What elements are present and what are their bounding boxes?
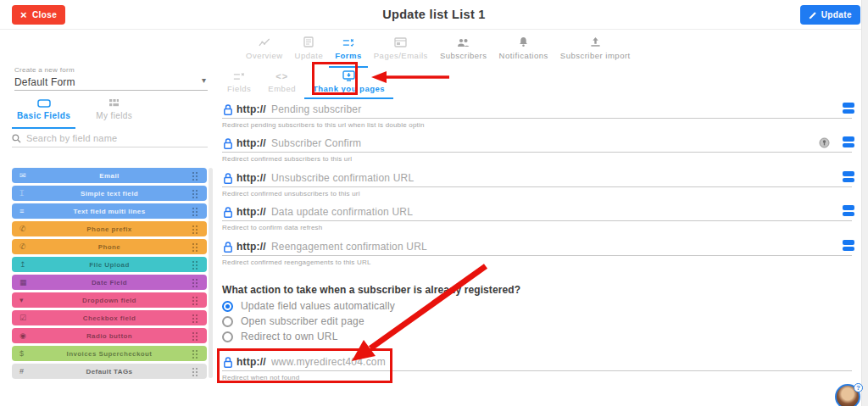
phone-icon: ✆ (19, 239, 26, 254)
list-menu-icon[interactable] (843, 240, 854, 251)
drag-handle-icon[interactable] (192, 314, 198, 323)
multiline-icon: ≡ (19, 203, 24, 219)
data-update-confirmation-url-input[interactable] (271, 205, 746, 219)
code-icon: <> (275, 70, 288, 81)
field-pill-default-tags[interactable]: # Default TAGs (12, 364, 207, 379)
field-pill-multiline[interactable]: ≡ Text field multi lines (12, 203, 207, 219)
form-select-value: Default Form (14, 76, 75, 88)
form-select[interactable]: Default Form ▾ (14, 74, 208, 91)
page-scrollbar[interactable] (861, 0, 868, 406)
subscriber-confirm-url-input[interactable] (271, 136, 746, 150)
tab-label: Subscriber import (560, 51, 631, 60)
field-pill-label: Invoices Supercheckout (37, 346, 181, 361)
subtab-embed[interactable]: <> Embed (259, 70, 304, 99)
help-avatar[interactable]: ? (835, 384, 860, 406)
drag-handle-icon[interactable] (192, 207, 198, 216)
field-pill-phone-prefix[interactable]: ✆ Phone prefix (12, 221, 207, 236)
upload-icon: ↥ (19, 257, 26, 272)
drag-handle-icon[interactable] (192, 189, 198, 198)
list-menu-icon[interactable] (843, 136, 854, 147)
url-row-unsubscribe: http:// Redirect confirmed unsubscribers… (222, 171, 854, 197)
list-menu-icon[interactable] (843, 205, 854, 216)
drag-handle-icon[interactable] (192, 367, 198, 376)
radio-redirect-own-url[interactable]: Redirect to own URL (222, 331, 338, 342)
drag-handle-icon[interactable] (192, 260, 198, 270)
list-menu-icon[interactable] (843, 103, 854, 114)
search-input[interactable] (26, 133, 208, 143)
input-underline (222, 186, 852, 187)
radio-icon[interactable] (222, 316, 233, 327)
field-pill-label: Dropdown field (37, 292, 181, 308)
subtab-thank-you-pages[interactable]: Thank you pages (304, 70, 393, 99)
drag-handle-icon[interactable] (192, 171, 198, 181)
tab-pages-emails[interactable]: Pages/Emails (368, 36, 434, 68)
drag-handle-icon[interactable] (192, 296, 198, 305)
drag-handle-icon[interactable] (192, 331, 198, 341)
redirect404-url-input[interactable] (271, 355, 746, 369)
pending-subscriber-url-input[interactable] (271, 103, 746, 116)
search-icon (12, 134, 21, 143)
field-pill-email[interactable]: ✉ Email (12, 168, 207, 183)
tab-subscriber-import[interactable]: Subscriber import (554, 36, 637, 68)
input-underline (222, 255, 852, 256)
tab-overview[interactable]: Overview (240, 36, 289, 68)
url-row-pending: http:// Redirect pending subscribers to … (222, 103, 854, 128)
tab-subscribers[interactable]: Subscribers (434, 36, 493, 68)
bell-icon (518, 36, 529, 47)
field-pill-simple-text[interactable]: ⌶ Simple text field (12, 186, 207, 201)
sidebar-scrollbar[interactable] (209, 168, 213, 378)
page-title: Update list List 1 (0, 8, 868, 21)
text-input-icon: ⌶ (19, 186, 24, 201)
http-prefix: http:// (236, 356, 266, 368)
tab-my-fields[interactable]: My fields (91, 97, 137, 129)
list-menu-icon[interactable] (843, 171, 854, 182)
lock-icon (223, 137, 233, 150)
field-pill-label: Phone (37, 239, 181, 254)
field-pill-label: Default TAGs (37, 364, 181, 379)
subtab-fields[interactable]: Fields (219, 70, 259, 99)
pencil-icon (809, 11, 817, 19)
field-pill-checkbox[interactable]: ☑ Checkbox field (12, 310, 207, 325)
field-pill-file-upload[interactable]: ↥ File Upload (12, 257, 207, 272)
update-list-window: × Close Update list List 1 Update Overvi… (0, 0, 868, 406)
drag-handle-icon[interactable] (192, 278, 198, 287)
helper-text: Redirect pending subscribers to this url… (222, 121, 425, 129)
question-mark-icon: ? (854, 383, 863, 392)
button-outline-icon (37, 97, 51, 108)
radio-update-field-values[interactable]: Update field values automatically (222, 300, 395, 312)
drag-handle-icon[interactable] (192, 242, 198, 252)
tab-forms[interactable]: Forms (329, 36, 368, 68)
field-pill-phone[interactable]: ✆ Phone (12, 239, 207, 254)
http-prefix: http:// (236, 137, 266, 149)
field-pill-invoices[interactable]: $ Invoices Supercheckout (12, 346, 207, 361)
radio-selected-icon[interactable] (222, 301, 233, 312)
field-pill-date[interactable]: ▦ Date Field (12, 275, 207, 290)
tab-update[interactable]: Update (289, 36, 330, 68)
url-row-reengagement: http:// Redirect confirmed reengagements… (222, 240, 854, 265)
input-underline (222, 118, 852, 119)
import-upload-icon (590, 36, 601, 47)
tab-notifications[interactable]: Notifications (493, 36, 554, 68)
radio-label: Open subscriber edit page (241, 315, 364, 327)
radio-icon[interactable] (222, 331, 233, 342)
drag-handle-icon[interactable] (192, 349, 198, 359)
tab-label: Forms (335, 51, 362, 60)
field-pill-label: Radio button (37, 328, 181, 343)
update-button[interactable]: Update (800, 5, 860, 25)
field-pill-dropdown[interactable]: ▾ Dropdown field (12, 292, 207, 308)
subtab-label: Fields (227, 84, 251, 93)
hash-icon: # (19, 364, 24, 379)
radio-open-subscriber-edit[interactable]: Open subscriber edit page (222, 315, 364, 327)
people-icon (457, 36, 470, 47)
lock-icon (223, 356, 233, 369)
reengagement-confirmation-url-input[interactable] (271, 240, 746, 253)
url-row-data-update: http:// Redirect to confirm data refresh (222, 205, 854, 231)
unsubscribe-confirmation-url-input[interactable] (271, 171, 746, 185)
http-prefix: http:// (236, 241, 266, 253)
calendar-icon: ▦ (19, 275, 27, 290)
screen-download-icon (342, 70, 355, 81)
drag-handle-icon[interactable] (192, 225, 198, 234)
radio-icon: ◉ (19, 328, 26, 343)
field-pill-radio[interactable]: ◉ Radio button (12, 328, 207, 343)
tab-basic-fields[interactable]: Basic Fields (12, 97, 75, 129)
